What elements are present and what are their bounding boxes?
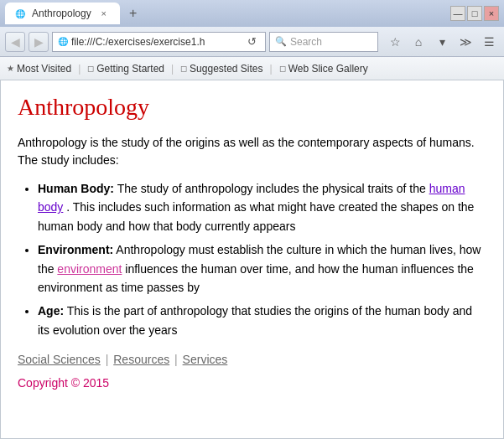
address-text: file:///C:/exercises/exercise1.h xyxy=(71,36,241,48)
browser-frame: 🌐 Anthropology × + — □ × ◀ ▶ 🌐 file:///C… xyxy=(0,0,504,439)
environment-link[interactable]: environment xyxy=(57,262,122,276)
list-item: Human Body: The study of anthropology in… xyxy=(38,179,486,235)
tab-favicon: 🌐 xyxy=(15,9,25,18)
minimize-button[interactable]: — xyxy=(450,6,465,21)
navigation-bar: ◀ ▶ 🌐 file:///C:/exercises/exercise1.h ↺… xyxy=(0,27,504,57)
bookmark-most-visited[interactable]: ★ Most Visited xyxy=(7,63,71,75)
search-icon: 🔍 xyxy=(275,36,287,47)
menu-icon[interactable]: ☰ xyxy=(479,32,499,52)
search-placeholder: Search xyxy=(290,36,322,48)
close-button[interactable]: × xyxy=(484,6,499,21)
bookmarks-bar: ★ Most Visited | ◻ Getting Started | ◻ S… xyxy=(0,57,504,80)
bookmark-web-slice[interactable]: ◻ Web Slice Gallery xyxy=(279,63,368,75)
search-box[interactable]: 🔍 Search xyxy=(269,32,378,52)
services-link[interactable]: Services xyxy=(183,353,228,366)
item1-text1: The study of anthropology includes the p… xyxy=(117,182,429,195)
suggested-sites-icon: ◻ xyxy=(180,64,187,73)
forward-button[interactable]: ▶ xyxy=(29,32,49,52)
copyright-text: Copyright © 2015 xyxy=(18,376,486,390)
separator-2: | xyxy=(171,63,174,75)
resources-link[interactable]: Resources xyxy=(113,353,169,366)
item3-heading: Age: xyxy=(38,304,64,318)
active-tab[interactable]: 🌐 Anthropology × xyxy=(5,3,120,24)
nav-icons: ☆ ⌂ ▾ ≫ ☰ xyxy=(385,32,499,52)
list-item: Age: This is the part of anthropology th… xyxy=(38,302,486,339)
bookmark-getting-started[interactable]: ◻ Getting Started xyxy=(87,63,164,75)
more-icon[interactable]: ≫ xyxy=(455,32,475,52)
new-tab-button[interactable]: + xyxy=(123,3,143,23)
item1-text2: . This includes such information as what… xyxy=(38,200,474,232)
home-icon[interactable]: ⌂ xyxy=(408,32,429,52)
pocket-icon[interactable]: ▾ xyxy=(432,32,452,52)
tab-close-button[interactable]: × xyxy=(98,8,110,19)
item1-heading: Human Body: xyxy=(38,182,114,195)
most-visited-icon: ★ xyxy=(7,64,14,73)
favorites-icon[interactable]: ☆ xyxy=(385,32,405,52)
bookmark-most-visited-label: Most Visited xyxy=(17,63,71,75)
link-separator-2: | xyxy=(174,353,181,366)
item2-heading: Environment: xyxy=(38,243,113,256)
back-button[interactable]: ◀ xyxy=(5,32,25,52)
maximize-button[interactable]: □ xyxy=(467,6,482,21)
tab-title: Anthropology xyxy=(32,8,91,19)
web-slice-icon: ◻ xyxy=(279,64,286,73)
refresh-button[interactable]: ↺ xyxy=(244,35,260,48)
content-list: Human Body: The study of anthropology in… xyxy=(38,179,486,339)
social-sciences-link[interactable]: Social Sciences xyxy=(18,353,101,366)
bookmark-suggested-sites[interactable]: ◻ Suggested Sites xyxy=(180,63,262,75)
item3-text: This is the part of anthropology that st… xyxy=(38,304,472,336)
bookmark-web-slice-label: Web Slice Gallery xyxy=(288,63,368,75)
separator-1: | xyxy=(78,63,81,75)
separator-3: | xyxy=(270,63,273,75)
page-intro: Anthropology is the study of the origins… xyxy=(18,134,486,169)
page-heading: Anthropology xyxy=(18,94,486,121)
address-bar[interactable]: 🌐 file:///C:/exercises/exercise1.h ↺ xyxy=(52,32,266,52)
link-separator-1: | xyxy=(106,353,112,366)
list-item: Environment: Anthropology must establish… xyxy=(38,240,486,297)
footer-links: Social Sciences | Resources | Services xyxy=(18,353,486,366)
window-controls: — □ × xyxy=(450,6,499,21)
bookmark-getting-started-label: Getting Started xyxy=(96,63,164,75)
bookmark-suggested-sites-label: Suggested Sites xyxy=(190,63,262,75)
title-bar: 🌐 Anthropology × + — □ × xyxy=(0,0,504,27)
page-content: Anthropology Anthropology is the study o… xyxy=(0,80,504,439)
getting-started-icon: ◻ xyxy=(87,64,94,73)
address-favicon: 🌐 xyxy=(58,37,68,46)
